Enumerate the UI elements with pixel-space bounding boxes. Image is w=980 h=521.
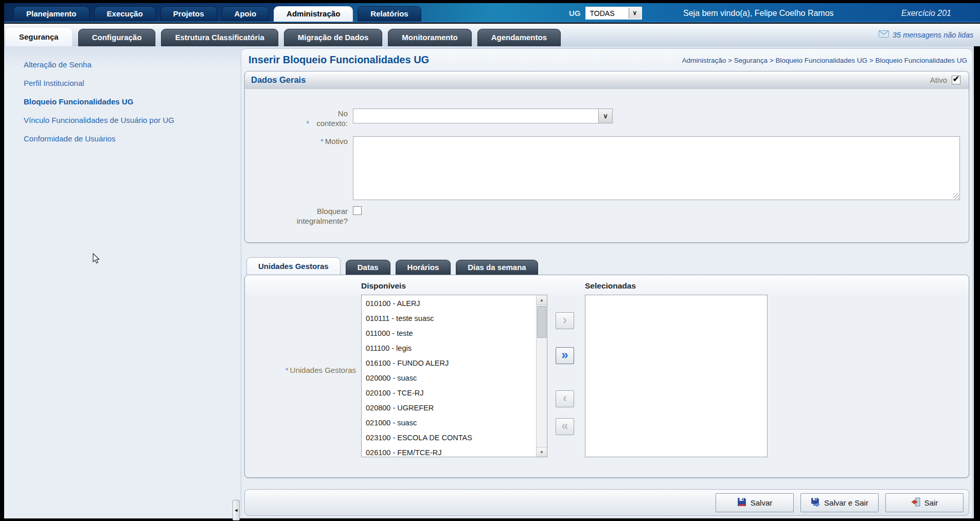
ativo-label: Ativo — [930, 76, 947, 84]
list-item[interactable]: 023100 - ESCOLA DE CONTAS — [366, 432, 547, 446]
tab-unidades-gestoras[interactable]: Unidades Gestoras — [246, 257, 341, 275]
list-item[interactable]: 011100 - legis — [366, 342, 547, 357]
dados-gerais-form: *No contexto: ∨ *Motivo — [245, 89, 969, 226]
contexto-label: *No contexto: — [245, 109, 353, 128]
subtab-monitoramento[interactable]: Monitoramento — [388, 29, 471, 46]
dados-gerais-header: Dados Gerais Ativo ✔ — [245, 71, 969, 89]
move-all-right-button[interactable]: » — [556, 347, 574, 364]
unread-messages-text: 35 mensagens não lidas — [893, 31, 973, 39]
save-and-exit-button[interactable]: Salvar e Sair — [800, 493, 879, 512]
dados-gerais-title: Dados Gerais — [245, 75, 306, 85]
chevron-down-icon[interactable]: ∨ — [598, 109, 612, 123]
scrollbar[interactable]: ▲ ▼ — [536, 295, 547, 457]
sidebar-item-alteracao-de-senha[interactable]: Alteração de Senha — [24, 60, 237, 70]
contexto-select[interactable]: ∨ — [353, 109, 613, 123]
available-list-items: 010100 - ALERJ 010111 - teste suasc 0110… — [362, 295, 547, 457]
sidebar-item-vinculo-funcionalidades[interactable]: Vínculo Funcionalidades de Usuário por U… — [24, 115, 237, 125]
required-asterisk: * — [286, 366, 289, 374]
subtab-migracao-de-dados[interactable]: Migração de Dados — [284, 29, 383, 46]
sidebar-item-bloqueio-funcionalidades-ug[interactable]: Bloqueio Funcionalidades UG — [24, 97, 237, 107]
subtab-estrutura-classificatoria[interactable]: Estrutura Classificatória — [161, 29, 278, 46]
tab-dias-da-semana[interactable]: Dias da semana — [456, 260, 538, 275]
list-item[interactable]: 020100 - TCE-RJ — [366, 387, 547, 402]
content-area: Alteração de Senha Perfil Institucional … — [4, 46, 974, 518]
main-panel: Inserir Bloqueio Funcionalidades UG Admi… — [241, 48, 973, 518]
motivo-textarea[interactable] — [353, 136, 960, 200]
selected-header: Selecionadas — [585, 281, 636, 291]
unread-messages-link[interactable]: 35 mensagens não lidas — [879, 30, 973, 40]
contexto-select-value — [353, 109, 598, 123]
sidebar-collapse-handle[interactable]: ◄ — [233, 500, 240, 520]
save-icon — [737, 497, 746, 508]
motivo-label: *Motivo — [245, 136, 353, 200]
save-button-label: Salvar — [751, 498, 773, 507]
ativo-group: Ativo ✔ — [930, 76, 969, 84]
tab-horarios[interactable]: Horários — [396, 260, 451, 275]
list-item[interactable]: 010100 - ALERJ — [366, 297, 547, 312]
tab-datas[interactable]: Datas — [346, 260, 390, 275]
bloquear-checkbox[interactable] — [353, 206, 362, 215]
save-and-exit-icon — [811, 497, 820, 508]
sidebar-item-conformidade-de-usuarios[interactable]: Conformidade de Usuários — [24, 134, 237, 144]
selected-listbox[interactable] — [585, 295, 768, 457]
nav-tab-execucao[interactable]: Execução — [94, 6, 156, 22]
available-listbox[interactable]: 010100 - ALERJ 010111 - teste suasc 0110… — [361, 295, 547, 457]
sidebar-menu: Alteração de Senha Perfil Institucional … — [4, 46, 237, 144]
check-icon: ✔ — [953, 76, 959, 82]
chevron-down-icon[interactable]: ∨ — [629, 8, 641, 19]
exit-icon — [911, 497, 920, 508]
required-asterisk: * — [320, 137, 324, 146]
bloquear-row: Bloquear integralmente? — [245, 206, 969, 226]
contexto-row: *No contexto: ∨ — [245, 109, 969, 128]
motivo-row: *Motivo — [245, 136, 969, 200]
move-all-left-button[interactable]: « — [556, 418, 574, 435]
nav-tab-projetos[interactable]: Projetos — [161, 6, 217, 22]
unidades-gestoras-panel: Disponíveis Selecionadas *Unidades Gesto… — [244, 275, 969, 478]
move-selected-right-button[interactable]: › — [556, 312, 574, 329]
save-and-exit-button-label: Salvar e Sair — [824, 498, 868, 507]
nav-tab-planejamento[interactable]: Planejamento — [13, 6, 90, 22]
exercise-year-text: Exercício 201 — [901, 9, 951, 18]
envelope-icon — [879, 30, 889, 40]
list-item[interactable]: 020000 - suasc — [366, 372, 547, 387]
list-item[interactable]: 020800 - UGREFER — [366, 402, 547, 417]
top-bar: Planejamento Execução Projetos Apoio Adm… — [4, 3, 980, 23]
list-item[interactable]: 016100 - FUNDO ALERJ — [366, 357, 547, 372]
move-selected-left-button[interactable]: ‹ — [556, 390, 574, 407]
resize-grip-icon[interactable] — [953, 193, 959, 199]
detail-tabs: Unidades Gestoras Datas Horários Dias da… — [244, 257, 969, 275]
save-button[interactable]: Salvar — [716, 493, 794, 512]
page-title: Inserir Bloqueio Funcionalidades UG — [248, 54, 429, 66]
welcome-text: Seja bem vindo(a), Felipe Coelho Ramos — [683, 9, 834, 18]
nav-tab-administracao[interactable]: Administração — [274, 6, 353, 22]
required-asterisk: * — [306, 119, 309, 128]
subtab-configuracao[interactable]: Configuração — [78, 29, 156, 46]
ug-select[interactable]: TODAS ∨ — [585, 7, 642, 20]
exit-button[interactable]: Sair — [885, 493, 964, 512]
scrollbar-thumb[interactable] — [537, 306, 546, 338]
footer-action-bar: Salvar Salvar e Sair Sair — [244, 489, 969, 516]
scroll-down-icon[interactable]: ▼ — [537, 447, 547, 457]
list-item[interactable]: 021000 - suasc — [366, 417, 547, 432]
dados-gerais-section: Dados Gerais Ativo ✔ *No contexto: — [244, 71, 969, 243]
list-item[interactable]: 026100 - FEM/TCE-RJ — [366, 446, 547, 457]
sub-nav-bar: Segurança Configuração Estrutura Classif… — [4, 24, 980, 46]
breadcrumb: Administração > Segurança > Bloqueio Fun… — [682, 54, 967, 64]
ug-select-value: TODAS — [586, 8, 629, 19]
subtab-seguranca[interactable]: Segurança — [5, 27, 73, 46]
available-header: Disponíveis — [361, 281, 406, 291]
ativo-checkbox[interactable]: ✔ — [952, 76, 960, 84]
subtab-agendamentos[interactable]: Agendamentos — [477, 29, 561, 46]
collapse-left-icon: ◄ — [234, 508, 239, 513]
list-item[interactable]: 010111 - teste suasc — [366, 312, 547, 327]
nav-tab-apoio[interactable]: Apoio — [222, 6, 270, 22]
sidebar-item-perfil-institucional[interactable]: Perfil Institucional — [24, 78, 237, 88]
sub-nav-tabs: Segurança Configuração Estrutura Classif… — [4, 24, 980, 46]
main-header: Inserir Bloqueio Funcionalidades UG Admi… — [241, 49, 972, 69]
list-item[interactable]: 011000 - teste — [366, 327, 547, 342]
ug-label: UG — [569, 9, 581, 17]
ug-selector-group: UG TODAS ∨ — [569, 7, 642, 20]
bloquear-label: Bloquear integralmente? — [245, 206, 353, 226]
scroll-up-icon[interactable]: ▲ — [537, 295, 547, 305]
nav-tab-relatorios[interactable]: Relatórios — [358, 6, 421, 22]
